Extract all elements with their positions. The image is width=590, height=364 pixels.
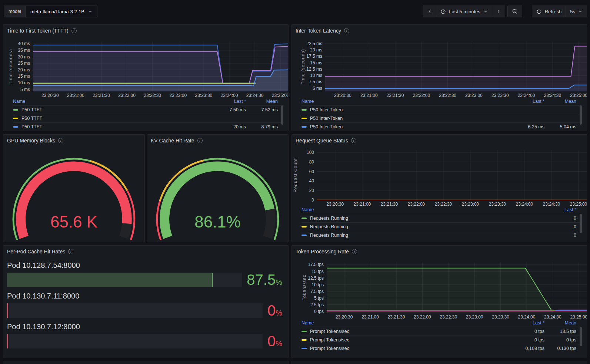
chevron-down-icon xyxy=(578,9,583,14)
variable-label: model xyxy=(4,6,26,17)
panel-header-gpu-memory[interactable]: GPU Memory Blocks i xyxy=(7,138,63,144)
info-icon[interactable]: i xyxy=(351,138,356,143)
gauge-svg: 65.6 K xyxy=(3,145,144,240)
info-icon[interactable]: i xyxy=(352,249,357,254)
legend-value: 13.5 tps xyxy=(544,329,576,334)
panel-inter-token-latency: Inter-Token Latency i Time (seconds)22.5… xyxy=(291,24,587,131)
info-icon[interactable]: i xyxy=(68,249,73,254)
legend-series-name: Requests Running xyxy=(301,224,553,229)
refresh-button[interactable]: Refresh xyxy=(532,6,566,17)
legend-header-last[interactable]: Last * xyxy=(509,320,544,326)
legend-row[interactable]: Prompt Tokens/sec0.108 tps0.130 tps xyxy=(301,344,582,353)
x-tick-label: 23:20:30 xyxy=(320,202,351,207)
legend-row[interactable]: P50 TTFT20 ms8.79 ms xyxy=(13,122,284,131)
panel-title: Time to First Token (TTFT) xyxy=(7,28,69,34)
legend-row[interactable]: Requests Running0 xyxy=(301,214,582,222)
pod-bar-track xyxy=(7,273,242,287)
legend-header-name[interactable]: Name xyxy=(301,320,509,326)
panel-header-per-pod[interactable]: Per-Pod Cache Hit Rates i xyxy=(7,249,73,255)
y-tick-label: 30 ms xyxy=(3,54,30,60)
legend-scrollbar[interactable] xyxy=(281,105,283,125)
chart-canvas[interactable] xyxy=(325,42,587,91)
info-icon[interactable]: i xyxy=(344,28,349,33)
x-tick-label: 23:23:00 xyxy=(455,202,486,207)
legend-series-name: P50 TTFT xyxy=(13,124,210,129)
legend-row[interactable]: Requests Running0 xyxy=(301,222,582,231)
y-tick-label: 80 xyxy=(292,159,314,165)
series-color-swatch xyxy=(301,218,307,219)
legend-row[interactable]: Requests Running0 xyxy=(301,231,582,239)
legend-series-name: Requests Running xyxy=(301,233,553,238)
pod-value: 0% xyxy=(267,334,282,348)
legend-scrollbar[interactable] xyxy=(580,214,582,233)
pod-value-number: 87.5 xyxy=(247,272,276,288)
legend-series-name: Prompt Tokens/sec xyxy=(301,329,509,334)
info-icon[interactable]: i xyxy=(197,138,203,143)
legend-scrollbar[interactable] xyxy=(580,327,582,346)
legend-row[interactable]: P50 Inter-Token6.25 ms5.04 ms xyxy=(301,122,582,131)
panel-header-kv-cache[interactable]: KV Cache Hit Rate i xyxy=(151,138,203,144)
legend-row[interactable]: Prompt Tokens/sec0 tps0 tps xyxy=(301,336,582,344)
per-pod-bar-gauges: Pod 10.128.7.54:800087.5%Pod 10.130.7.11… xyxy=(7,258,282,348)
y-tick-label: 5 ms xyxy=(3,87,30,92)
chart-canvas[interactable] xyxy=(327,262,587,313)
refresh-label: Refresh xyxy=(545,9,562,14)
model-dropdown[interactable]: meta-llama/Llama-3.2-1B xyxy=(26,6,97,17)
y-tick-label: 20 ms xyxy=(3,67,30,73)
inter-token-legend: NameLast *MeanP50 Inter-TokenP50 Inter-T… xyxy=(301,98,582,131)
info-icon[interactable]: i xyxy=(71,28,77,33)
pod-value: 87.5% xyxy=(247,272,282,287)
x-tick-label: 23:25:00 xyxy=(563,93,587,98)
series-label: P50 TTFT xyxy=(21,107,42,112)
info-icon[interactable]: i xyxy=(58,138,63,143)
series-fill-p95-ttft xyxy=(33,46,289,91)
legend-header-name[interactable]: Name xyxy=(301,99,509,104)
legend-row[interactable]: Prompt Tokens/sec0 tps13.5 tps xyxy=(301,327,582,336)
zoom-out-time-button[interactable] xyxy=(507,6,522,17)
legend-header-mean[interactable]: Mean xyxy=(246,99,278,104)
legend-scrollbar[interactable] xyxy=(580,105,582,125)
legend-header-name[interactable]: Name xyxy=(13,99,210,104)
panel-header-ttft[interactable]: Time to First Token (TTFT) i xyxy=(7,28,77,34)
legend-header-mean[interactable]: Mean xyxy=(544,320,576,326)
y-tick-label: 10 ms xyxy=(292,73,322,78)
x-tick-label: 23:23:30 xyxy=(482,202,513,207)
x-tick-label: 23:22:00 xyxy=(401,202,432,207)
legend-header-last[interactable]: Last * xyxy=(210,99,246,104)
chart-canvas[interactable] xyxy=(33,42,289,91)
pod-bar-gauge-row: 0% xyxy=(7,303,282,318)
series-color-swatch xyxy=(13,126,18,128)
refresh-interval-dropdown[interactable]: 5s xyxy=(566,6,587,17)
ttft-legend: NameLast *MeanP50 TTFT7.50 ms7.52 msP50 … xyxy=(13,98,284,131)
series-color-swatch xyxy=(301,235,307,236)
time-shift-forward-button[interactable] xyxy=(492,6,505,17)
pod-bar-gauge-row: 87.5% xyxy=(7,272,282,287)
legend-header-mean[interactable]: Mean xyxy=(544,99,576,104)
panel-header-token-rate[interactable]: Token Processing Rate i xyxy=(296,249,357,255)
time-range-label: Last 5 minutes xyxy=(449,9,480,14)
time-shift-back-button[interactable] xyxy=(423,6,436,17)
pod-bar-fill xyxy=(7,334,8,348)
chevron-down-icon xyxy=(483,9,488,14)
legend-header-last[interactable]: Last * xyxy=(553,207,576,212)
chart-canvas[interactable] xyxy=(317,150,587,200)
legend-row[interactable]: P50 Inter-Token xyxy=(301,114,582,122)
series-color-swatch xyxy=(301,109,307,111)
legend-header: NameLast *Mean xyxy=(301,320,582,326)
legend-row[interactable]: P50 TTFT xyxy=(13,114,284,122)
panel-request-queue-status: Request Queue Status i Request Count1008… xyxy=(291,134,587,242)
panel-title: GPU Memory Blocks xyxy=(7,138,55,144)
legend-header-last[interactable]: Last * xyxy=(509,99,544,104)
y-tick-label: 40 ms xyxy=(3,41,30,46)
y-tick-label: 10 tps xyxy=(292,282,324,287)
legend-value: 20 ms xyxy=(210,124,246,129)
legend-value: 5.04 ms xyxy=(544,124,576,129)
legend-value: 0 xyxy=(553,224,576,229)
legend-row[interactable]: P50 TTFT7.50 ms7.52 ms xyxy=(13,105,284,114)
time-range-picker-button[interactable]: Last 5 minutes xyxy=(436,6,492,17)
legend-row[interactable]: P50 Inter-Token xyxy=(301,105,582,114)
panel-header-queue[interactable]: Request Queue Status i xyxy=(296,138,356,144)
panel-header-inter-token[interactable]: Inter-Token Latency i xyxy=(296,28,349,34)
legend-value: 0 xyxy=(553,233,576,238)
legend-header-name[interactable]: Name xyxy=(301,207,553,212)
